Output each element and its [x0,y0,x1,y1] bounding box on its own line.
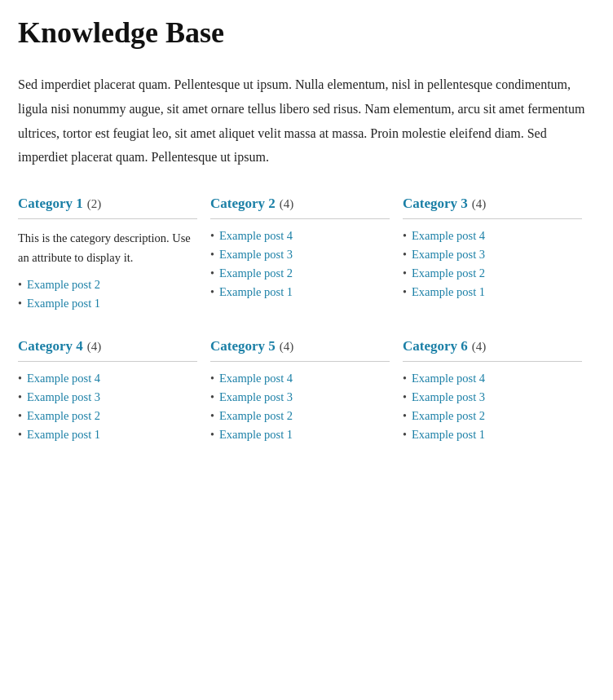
bullet-icon: • [18,410,22,423]
list-item: •Example post 1 [403,428,582,442]
post-link[interactable]: Example post 1 [412,285,485,299]
intro-paragraph: Sed imperdiet placerat quam. Pellentesqu… [18,73,589,169]
post-link[interactable]: Example post 1 [219,428,293,442]
bullet-icon: • [403,410,407,423]
category-posts-5: •Example post 4•Example post 3•Example p… [210,372,390,442]
category-header-4: Category 4(4) [18,338,197,362]
list-item: •Example post 3 [210,390,390,404]
list-item: •Example post 3 [403,390,582,404]
bullet-icon: • [403,249,407,262]
post-link[interactable]: Example post 1 [219,285,293,299]
category-title-6[interactable]: Category 6 [403,338,468,354]
list-item: •Example post 3 [18,390,197,404]
list-item: •Example post 2 [210,409,390,423]
list-item: •Example post 2 [18,409,197,423]
post-link[interactable]: Example post 2 [412,409,485,423]
post-link[interactable]: Example post 4 [27,372,100,385]
list-item: •Example post 4 [210,229,390,243]
post-link[interactable]: Example post 2 [412,266,485,280]
post-link[interactable]: Example post 4 [219,372,293,385]
post-link[interactable]: Example post 4 [412,229,485,243]
category-count-5: (4) [280,340,294,354]
list-item: •Example post 1 [210,285,390,299]
post-link[interactable]: Example post 2 [219,409,293,423]
category-title-2[interactable]: Category 2 [210,196,276,212]
list-item: •Example post 4 [210,372,390,385]
list-item: •Example post 4 [403,372,582,385]
list-item: •Example post 1 [210,428,390,442]
category-section-6: Category 6(4)•Example post 4•Example pos… [403,338,595,469]
bullet-icon: • [403,230,407,243]
bullet-icon: • [210,286,214,299]
categories-grid: Category 1(2)This is the category descri… [18,196,595,469]
list-item: •Example post 2 [18,278,197,292]
category-count-1: (2) [87,197,102,211]
list-item: •Example post 2 [210,266,390,280]
category-title-5[interactable]: Category 5 [210,338,276,354]
category-title-3[interactable]: Category 3 [403,196,468,212]
list-item: •Example post 3 [210,248,390,262]
post-link[interactable]: Example post 1 [412,428,485,442]
category-description-1: This is the category description. Use an… [18,229,197,268]
list-item: •Example post 1 [403,285,582,299]
bullet-icon: • [18,372,22,385]
bullet-icon: • [210,429,214,442]
list-item: •Example post 2 [403,266,582,280]
bullet-icon: • [403,391,407,404]
bullet-icon: • [403,372,407,385]
bullet-icon: • [210,230,214,243]
category-header-1: Category 1(2) [18,196,197,219]
bullet-icon: • [210,267,214,280]
bullet-icon: • [403,429,407,442]
category-posts-4: •Example post 4•Example post 3•Example p… [18,372,197,442]
post-link[interactable]: Example post 2 [219,266,293,280]
category-section-4: Category 4(4)•Example post 4•Example pos… [18,338,210,469]
post-link[interactable]: Example post 1 [27,428,100,442]
bullet-icon: • [18,279,22,292]
category-header-5: Category 5(4) [210,338,390,362]
post-link[interactable]: Example post 4 [412,372,485,385]
category-header-6: Category 6(4) [403,338,582,362]
list-item: •Example post 1 [18,428,197,442]
post-link[interactable]: Example post 3 [219,390,293,404]
bullet-icon: • [18,391,22,404]
category-count-2: (4) [280,197,294,211]
category-section-5: Category 5(4)•Example post 4•Example pos… [210,338,403,469]
post-link[interactable]: Example post 3 [412,248,485,262]
bullet-icon: • [403,267,407,280]
post-link[interactable]: Example post 3 [27,390,100,404]
list-item: •Example post 4 [18,372,197,385]
list-item: •Example post 2 [403,409,582,423]
category-posts-1: •Example post 2•Example post 1 [18,278,197,310]
post-link[interactable]: Example post 3 [219,248,293,262]
list-item: •Example post 4 [403,229,582,243]
category-count-3: (4) [472,197,487,211]
post-link[interactable]: Example post 2 [27,278,100,292]
post-link[interactable]: Example post 3 [412,390,485,404]
category-posts-3: •Example post 4•Example post 3•Example p… [403,229,582,299]
post-link[interactable]: Example post 1 [27,297,100,310]
post-link[interactable]: Example post 4 [219,229,293,243]
list-item: •Example post 1 [18,297,197,310]
bullet-icon: • [210,249,214,262]
list-item: •Example post 3 [403,248,582,262]
page-title: Knowledge Base [18,16,595,50]
bullet-icon: • [403,286,407,299]
category-header-3: Category 3(4) [403,196,582,219]
category-count-6: (4) [472,340,487,354]
category-section-1: Category 1(2)This is the category descri… [18,196,210,338]
post-link[interactable]: Example post 2 [27,409,100,423]
bullet-icon: • [210,410,214,423]
bullet-icon: • [210,391,214,404]
category-count-4: (4) [87,340,102,354]
category-header-2: Category 2(4) [210,196,390,219]
category-posts-2: •Example post 4•Example post 3•Example p… [210,229,390,299]
bullet-icon: • [18,297,22,310]
category-section-2: Category 2(4)•Example post 4•Example pos… [210,196,403,338]
category-section-3: Category 3(4)•Example post 4•Example pos… [403,196,595,338]
category-title-4[interactable]: Category 4 [18,338,83,354]
bullet-icon: • [210,372,214,385]
bullet-icon: • [18,429,22,442]
category-title-1[interactable]: Category 1 [18,196,83,212]
category-posts-6: •Example post 4•Example post 3•Example p… [403,372,582,442]
